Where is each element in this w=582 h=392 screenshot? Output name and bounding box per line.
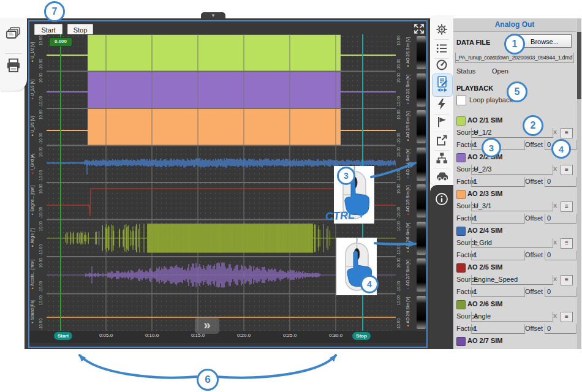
channel-name-label: ● Sound [Pa] <box>30 300 34 325</box>
callout-circle-3: 3 <box>482 138 501 157</box>
start-cursor-marker[interactable]: Start <box>54 332 72 340</box>
playback-label: PLAYBACK <box>456 85 493 92</box>
scale-max-label: 10.00 <box>39 295 43 305</box>
scrollbar-thumb[interactable] <box>577 32 581 99</box>
export-icon[interactable] <box>436 134 449 148</box>
ao-channel-title: AO 2/1 SIM <box>467 116 502 124</box>
channel-axis-row: ● Sound [Pa]10.00-10.00 <box>29 294 47 331</box>
analog-out-playback-icon[interactable] <box>436 76 449 89</box>
offset-field[interactable]: 0 <box>545 287 576 297</box>
clear-source-button[interactable]: X <box>551 165 559 173</box>
trigger-lightning-icon[interactable] <box>436 98 449 111</box>
factor-field[interactable]: 1 <box>471 251 525 260</box>
channel-color-dot: ● <box>31 170 34 175</box>
scale-max-label: 10.00 <box>396 73 401 83</box>
stop-cursor-marker[interactable]: Stop <box>352 332 371 340</box>
ao-channel-title: AO 2/7 SIM <box>467 337 502 344</box>
ao-output-meter <box>417 184 426 217</box>
channel-axis-row: ● Engine... [rpm]10.00-10.00 <box>29 183 47 220</box>
ao-output-meter <box>417 36 426 69</box>
loop-playback-label: Loop playback <box>469 96 513 104</box>
ao-color-dot: ● <box>406 64 410 69</box>
ao-color-dot: ● <box>406 100 410 105</box>
ao-output-name-label: ● AO 2/5 Sim [V] <box>406 186 410 217</box>
channel-menu-button[interactable]: ≡ <box>561 165 573 175</box>
callout-circle-7: 7 <box>44 1 65 22</box>
time-axis: Start Stop 0:05.00:10.00:15.00:20.00:25.… <box>29 331 426 343</box>
settings-gear-icon[interactable] <box>436 23 449 37</box>
channel-color-dot: ● <box>31 133 34 138</box>
channel-axis-row: ● U_2/3 [V]10.00-10.00 <box>29 72 47 109</box>
channel-menu-button[interactable]: ≡ <box>561 238 573 249</box>
factor-field[interactable]: 1 <box>471 214 525 224</box>
scale-max-label: 10.00 <box>396 110 401 119</box>
channel-color-dot: ● <box>31 212 34 217</box>
callout-circle-2: 2 <box>523 115 543 136</box>
ao-output-meters <box>416 34 426 331</box>
source-field[interactable]: U_3/1 <box>471 202 553 211</box>
playback-stop-button[interactable]: Stop <box>67 24 93 35</box>
panel-scrollbar[interactable] <box>577 18 581 349</box>
clear-source-button[interactable]: X <box>551 312 559 320</box>
measure-gauge-icon[interactable] <box>436 59 449 72</box>
scale-min-label: -10.00 <box>39 244 43 255</box>
ao-output-name-label: ● AO 2/1 Sim [V] <box>406 37 410 69</box>
playback-start-button[interactable]: Start <box>34 24 62 35</box>
clear-source-button[interactable]: X <box>551 238 559 247</box>
clear-source-button[interactable]: X <box>551 202 559 210</box>
flag-marker-icon[interactable] <box>436 116 449 129</box>
channel-color-dot: ● <box>31 320 34 325</box>
fast-forward-button[interactable]: » <box>195 317 219 334</box>
channel-axis-row: ● Accele... [m/s²]10.00-10.00 <box>29 257 47 294</box>
scale-min-label: -10.00 <box>396 244 401 255</box>
ao-axis-row: 10.00-10.00● AO 2/4 Sim [V] <box>396 146 416 183</box>
ao-output-meter <box>417 74 426 107</box>
instrument-rail <box>430 15 453 186</box>
callout-circle-3: 3 <box>337 167 355 185</box>
network-icon[interactable] <box>436 152 449 165</box>
source-field[interactable]: I_Grid <box>471 238 553 248</box>
offset-field[interactable]: 0 <box>545 214 576 224</box>
channel-menu-button[interactable]: ≡ <box>561 312 573 322</box>
channel-name-label: ● U_2/3 [V] <box>30 79 34 100</box>
offset-field[interactable]: 0 <box>545 177 576 187</box>
scale-max-label: 10.00 <box>39 110 43 119</box>
offset-label: Offset <box>525 214 543 222</box>
callout-circle-4: 4 <box>360 275 379 293</box>
factor-field[interactable]: 1 <box>471 287 525 297</box>
channel-menu-button[interactable]: ≡ <box>561 128 573 138</box>
source-field[interactable]: Angle <box>471 312 553 322</box>
offset-field[interactable]: 0 <box>545 251 576 260</box>
ao-channel-block: AO 2/2 SIMSourceU_2/3X≡Factor1Offset0 <box>453 153 576 190</box>
factor-field[interactable]: 1 <box>471 177 525 187</box>
source-field[interactable]: U_2/3 <box>471 165 553 175</box>
channel-menu-button[interactable]: ≡ <box>561 275 573 285</box>
source-field[interactable]: Engine_Speed <box>471 275 553 285</box>
report-pages-icon[interactable] <box>6 26 21 42</box>
factor-field[interactable]: 1 <box>471 324 525 334</box>
vehicle-icon[interactable] <box>436 170 449 184</box>
offset-field[interactable]: 0 <box>545 324 576 334</box>
ao-axis-row: 10.00-10.00● AO 2/8 Sim [V] <box>396 294 416 331</box>
toolbar-divider <box>5 53 22 54</box>
printer-icon[interactable] <box>6 58 21 74</box>
channel-name-label: ● Accele... [m/s²] <box>30 260 34 291</box>
ao-output-meter <box>417 110 426 143</box>
scale-max-label: 10.00 <box>396 258 401 268</box>
scale-max-label: 10.00 <box>396 147 401 157</box>
loop-playback-checkbox[interactable] <box>456 96 466 105</box>
channel-menu-button[interactable]: ≡ <box>561 202 573 212</box>
scale-min-label: -10.00 <box>39 318 43 330</box>
browse-button[interactable]: Browse... <box>518 34 572 48</box>
ao-channel-title: AO 2/6 SIM <box>467 300 502 307</box>
scale-min-label: -10.00 <box>39 170 43 181</box>
ao-axis-row: 10.00-10.00● AO 2/5 Sim [V] <box>396 183 416 220</box>
clear-source-button[interactable]: X <box>551 275 559 284</box>
clear-source-button[interactable]: X <box>551 128 559 137</box>
info-icon[interactable] <box>435 192 448 206</box>
callout-circle-5: 5 <box>507 81 527 102</box>
scale-max-label: 10.00 <box>39 258 43 268</box>
ao-axis-row: 10.00-10.00● AO 2/2 Sim [V] <box>396 72 416 109</box>
fullscreen-expand-icon[interactable] <box>413 23 425 35</box>
channel-list-icon[interactable] <box>436 42 449 56</box>
